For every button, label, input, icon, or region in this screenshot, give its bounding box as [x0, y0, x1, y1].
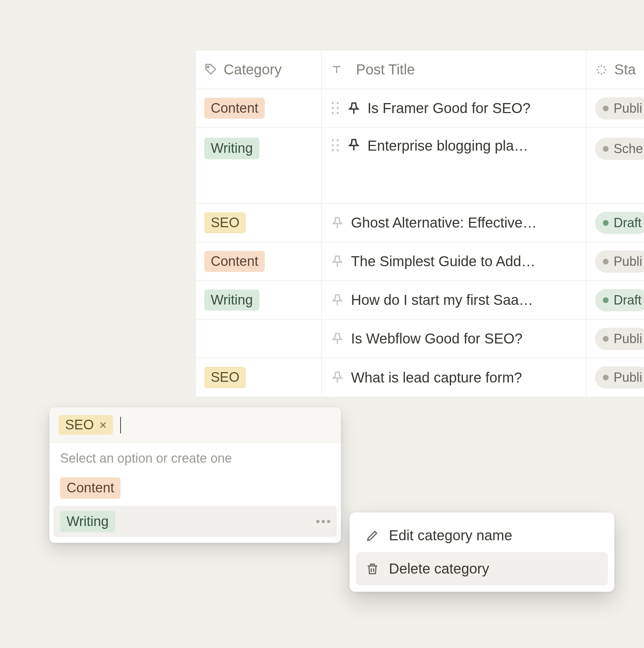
- status-badge[interactable]: Draft: [595, 289, 644, 311]
- category-tag[interactable]: SEO: [204, 212, 246, 234]
- status-cell[interactable]: Draft: [586, 281, 644, 319]
- column-header-category-label: Category: [224, 62, 282, 78]
- title-cell[interactable]: Ghost Alternative: Effective…: [322, 204, 586, 242]
- table-header-row: Category Post Title Sta: [196, 50, 644, 89]
- status-cell[interactable]: Publi: [586, 89, 644, 127]
- title-cell[interactable]: How do I start my first Saa…: [322, 281, 586, 319]
- status-badge[interactable]: Publi: [595, 97, 644, 120]
- category-cell[interactable]: Content: [196, 242, 322, 281]
- status-cell[interactable]: Publi: [586, 242, 644, 281]
- table-row[interactable]: Is Webflow Good for SEO?Publi: [196, 320, 644, 358]
- pin-icon[interactable]: [330, 216, 345, 230]
- status-dot-icon: [603, 375, 609, 380]
- status-dot-icon: [603, 297, 609, 303]
- trash-icon: [365, 562, 380, 576]
- category-picker-input[interactable]: SEO: [49, 407, 341, 443]
- title-cell[interactable]: Enterprise blogging pla…: [322, 128, 586, 203]
- category-picker-hint: Select an option or create one: [49, 443, 341, 470]
- status-badge[interactable]: Publi: [595, 366, 644, 389]
- post-title: How do I start my first Saa…: [351, 292, 533, 308]
- menu-item-edit-category[interactable]: Edit category name: [356, 519, 608, 552]
- status-label: Sche: [614, 141, 643, 156]
- category-cell[interactable]: Writing: [196, 281, 322, 319]
- close-icon[interactable]: [98, 420, 108, 430]
- pin-icon[interactable]: [330, 254, 345, 269]
- status-badge[interactable]: Publi: [595, 250, 644, 273]
- category-cell[interactable]: SEO: [196, 358, 322, 397]
- category-context-menu: Edit category name Delete category: [350, 512, 614, 592]
- menu-item-delete-category-label: Delete category: [389, 561, 489, 577]
- status-cell[interactable]: Publi: [586, 320, 644, 358]
- pin-icon[interactable]: [347, 101, 361, 116]
- title-cell[interactable]: Is Framer Good for SEO?: [322, 89, 586, 127]
- category-option-tag: Content: [60, 477, 121, 499]
- column-header-status[interactable]: Sta: [586, 50, 644, 89]
- status-label: Publi: [614, 370, 642, 385]
- status-cell[interactable]: Sche: [586, 128, 644, 203]
- pin-icon[interactable]: [330, 332, 345, 346]
- status-label: Publi: [614, 331, 642, 346]
- column-header-status-label: Sta: [614, 62, 636, 78]
- category-option[interactable]: Writing: [54, 506, 337, 537]
- selected-category-chip-label: SEO: [65, 417, 94, 433]
- category-tag[interactable]: Writing: [204, 289, 259, 311]
- table-row[interactable]: WritingHow do I start my first Saa…Draft: [196, 281, 644, 320]
- category-tag[interactable]: Writing: [204, 138, 259, 159]
- status-label: Draft: [614, 293, 641, 308]
- pin-icon[interactable]: [330, 370, 345, 385]
- category-option-tag: Writing: [60, 511, 115, 532]
- post-title: What is lead capture form?: [351, 370, 522, 386]
- status-cell[interactable]: Publi: [586, 358, 644, 397]
- category-picker-popup: SEO Select an option or create one Conte…: [49, 407, 341, 543]
- drag-handle-icon[interactable]: [330, 101, 340, 116]
- loading-icon: [595, 63, 608, 76]
- column-header-title[interactable]: Post Title: [322, 50, 586, 89]
- text-icon: [330, 63, 343, 76]
- post-title: Is Webflow Good for SEO?: [351, 331, 522, 347]
- status-label: Publi: [614, 254, 642, 269]
- status-dot-icon: [603, 106, 609, 111]
- category-cell[interactable]: [196, 320, 322, 358]
- tag-icon: [204, 63, 217, 76]
- category-tag[interactable]: Content: [204, 98, 265, 119]
- posts-table: Category Post Title Sta ContentIs Framer…: [195, 50, 644, 397]
- category-option[interactable]: Content: [54, 472, 337, 504]
- status-dot-icon: [603, 336, 609, 342]
- menu-item-edit-category-label: Edit category name: [389, 527, 512, 544]
- more-icon[interactable]: [316, 520, 330, 523]
- post-title: Enterprise blogging pla…: [367, 138, 528, 154]
- title-cell[interactable]: What is lead capture form?: [322, 358, 586, 397]
- drag-handle-icon[interactable]: [330, 138, 340, 154]
- selected-category-chip[interactable]: SEO: [59, 415, 113, 435]
- status-dot-icon: [603, 259, 609, 264]
- table-row[interactable]: SEOWhat is lead capture form?Publi: [196, 358, 644, 397]
- svg-point-0: [207, 66, 209, 68]
- status-cell[interactable]: Draft: [586, 204, 644, 242]
- category-tag[interactable]: SEO: [204, 367, 246, 388]
- pencil-icon: [365, 528, 380, 543]
- status-badge[interactable]: Sche: [595, 138, 644, 160]
- status-label: Publi: [614, 101, 642, 116]
- table-row[interactable]: WritingEnterprise blogging pla…Sche: [196, 128, 644, 204]
- status-label: Draft: [614, 215, 641, 230]
- menu-item-delete-category[interactable]: Delete category: [356, 552, 608, 585]
- status-dot-icon: [603, 146, 609, 152]
- category-cell[interactable]: SEO: [196, 204, 322, 242]
- text-cursor: [120, 417, 121, 433]
- post-title: The Simplest Guide to Add…: [351, 253, 536, 269]
- table-row[interactable]: ContentThe Simplest Guide to Add…Publi: [196, 242, 644, 281]
- pin-icon[interactable]: [330, 293, 345, 307]
- post-title: Ghost Alternative: Effective…: [351, 215, 537, 231]
- status-badge[interactable]: Publi: [595, 328, 644, 350]
- category-cell[interactable]: Writing: [196, 128, 322, 203]
- table-row[interactable]: ContentIs Framer Good for SEO?Publi: [196, 89, 644, 128]
- column-header-category[interactable]: Category: [196, 50, 322, 89]
- status-badge[interactable]: Draft: [595, 212, 644, 234]
- table-row[interactable]: SEOGhost Alternative: Effective…Draft: [196, 204, 644, 242]
- category-cell[interactable]: Content: [196, 89, 322, 127]
- pin-icon[interactable]: [347, 138, 361, 152]
- post-title: Is Framer Good for SEO?: [367, 100, 531, 116]
- title-cell[interactable]: Is Webflow Good for SEO?: [322, 320, 586, 358]
- category-tag[interactable]: Content: [204, 251, 265, 272]
- title-cell[interactable]: The Simplest Guide to Add…: [322, 242, 586, 281]
